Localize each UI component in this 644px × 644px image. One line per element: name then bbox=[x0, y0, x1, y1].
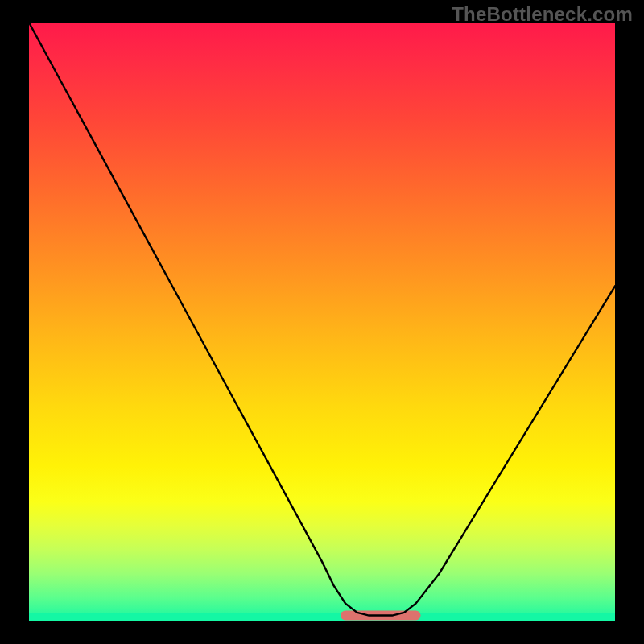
chart-frame: TheBottleneck.com bbox=[0, 0, 644, 644]
watermark-text: TheBottleneck.com bbox=[452, 3, 633, 26]
plot-area bbox=[29, 23, 615, 621]
curve-layer bbox=[29, 23, 615, 621]
bottleneck-curve bbox=[29, 23, 615, 616]
